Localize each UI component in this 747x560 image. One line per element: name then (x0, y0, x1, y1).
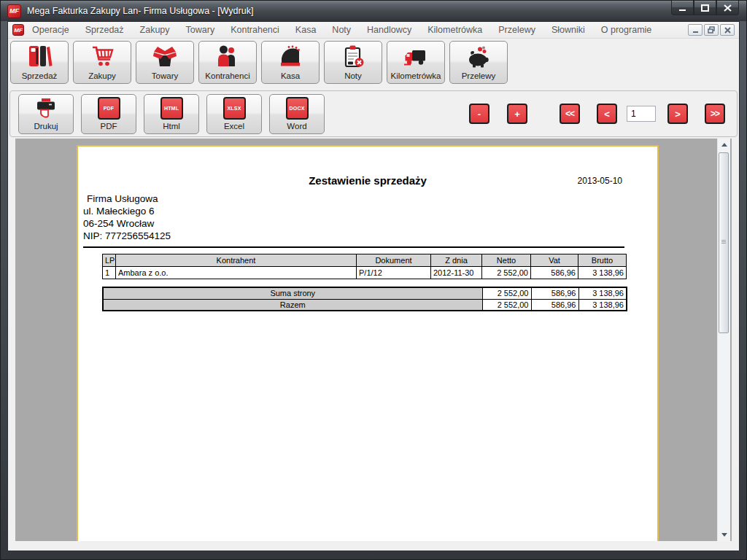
toolbar-button-label: Kasa (281, 71, 300, 82)
table-cell: 2012-11-30 (431, 267, 482, 279)
summary-label: Suma strony (103, 287, 482, 299)
menu-item-zakupy[interactable]: Zakupy (132, 22, 178, 38)
menu-item-przelewy[interactable]: Przelewy (490, 22, 543, 38)
close-icon (724, 4, 732, 12)
piggy-bank-icon (465, 43, 492, 71)
minimize-button[interactable] (671, 1, 694, 15)
export-button-label: Html (163, 121, 180, 132)
toolbar-button-label: Noty (344, 71, 362, 82)
page-navigation: - + << < > >> (469, 104, 737, 124)
window-title: Mega Fakturka Zakupy Lan- Firma Usługowa… (27, 6, 253, 16)
table-cell: 586,96 (531, 267, 578, 279)
drukuj-button[interactable]: Drukuj (18, 94, 74, 134)
client-area: MF Operacje Sprzedaż Zakupy Towary Kontr… (7, 21, 740, 551)
summary-cell: 586,96 (531, 287, 578, 299)
kilometrowka-button[interactable]: Kilometrówka (387, 41, 445, 84)
previous-page-button[interactable]: < (597, 104, 617, 124)
company-nip: NIP: 777256554125 (83, 230, 657, 242)
excel-button[interactable]: XLSX Excel (206, 94, 262, 134)
toolbar-button-label: Towary (152, 71, 178, 82)
mdi-restore-button[interactable] (704, 24, 719, 36)
document-title: Zestawienie sprzedaży (78, 174, 657, 187)
menu-item-kontrahenci[interactable]: Kontrahenci (222, 22, 287, 38)
menu-item-handlowcy[interactable]: Handlowcy (359, 22, 419, 38)
mdi-minimize-button[interactable] (688, 24, 703, 36)
vertical-scrollbar[interactable] (717, 139, 730, 541)
menu-bar: MF Operacje Sprzedaż Zakupy Towary Kontr… (8, 22, 739, 39)
summary-cell: 3 138,96 (578, 287, 627, 299)
table-cell: 3 138,96 (578, 267, 627, 279)
preview-area: Zestawienie sprzedaży 2013-05-10 Firma U… (15, 139, 732, 541)
zoom-in-button[interactable]: + (507, 104, 527, 124)
zakupy-button[interactable]: Zakupy (73, 41, 131, 84)
menu-item-slowniki[interactable]: Słowniki (543, 22, 593, 38)
first-page-button[interactable]: << (560, 104, 580, 124)
summary-cell: 2 552,00 (482, 287, 531, 299)
summary-cell: 586,96 (531, 299, 578, 311)
xlsx-file-icon: XLSX (223, 96, 246, 121)
table-cell: Ambara z o.o. (116, 267, 357, 279)
sprzedaz-button[interactable]: Sprzedaż (10, 41, 69, 84)
document-system-icon[interactable]: MF (12, 24, 24, 36)
mdi-restore-icon (708, 26, 715, 34)
next-page-button[interactable]: > (667, 104, 688, 124)
pdf-file-icon: PDF (98, 96, 120, 121)
table-cell: P/1/12 (357, 267, 431, 279)
menu-item-operacje[interactable]: Operacje (24, 22, 77, 38)
menu-item-kasa[interactable]: Kasa (287, 22, 325, 38)
summary-label: Razem (103, 299, 482, 311)
company-address: Firma Usługowa ul. Małeckiego 6 06-254 W… (78, 192, 657, 242)
export-button-label: PDF (101, 121, 117, 132)
shopping-cart-icon (88, 43, 116, 71)
page-number-input[interactable] (627, 106, 656, 122)
last-page-button[interactable]: >> (705, 104, 725, 124)
close-button[interactable] (716, 1, 739, 15)
docx-file-icon: DOCX (286, 96, 309, 121)
table-header-cell: Kontrahent (116, 254, 357, 267)
html-file-icon: HTML (160, 96, 183, 121)
toolbar-button-label: Przelewy (462, 71, 496, 82)
toolbar-button-label: Zakupy (88, 71, 116, 82)
mdi-close-button[interactable] (720, 24, 735, 36)
company-name: Firma Usługowa (83, 192, 657, 205)
export-button-label: Word (287, 121, 306, 132)
application-window: MF Mega Fakturka Zakupy Lan- Firma Usług… (0, 0, 747, 560)
kasa-button[interactable]: Kasa (261, 41, 320, 84)
przelewy-button[interactable]: Przelewy (449, 41, 508, 84)
menu-item-towary[interactable]: Towary (178, 22, 223, 38)
sales-table: LP Kontrahent Dokument Z dnia Netto Vat … (102, 254, 627, 279)
menu-item-sprzedaz[interactable]: Sprzedaż (77, 22, 132, 38)
kontrahenci-button[interactable]: Kontrahenci (198, 41, 257, 84)
menu-item-noty[interactable]: Noty (324, 22, 359, 38)
table-header-cell: LP (103, 254, 116, 267)
minimize-icon (678, 4, 686, 12)
table-header-cell: Netto (482, 254, 531, 267)
company-city: 06-254 Wrocław (83, 217, 657, 230)
table-header-cell: Vat (531, 254, 578, 267)
word-button[interactable]: DOCX Word (269, 94, 325, 134)
summary-row: Suma strony 2 552,00 586,96 3 138,96 (103, 287, 627, 299)
noty-button[interactable]: Noty (324, 41, 382, 84)
zoom-out-button[interactable]: - (469, 104, 489, 124)
pdf-button[interactable]: PDF PDF (81, 94, 136, 134)
scrollbar-thumb[interactable] (719, 152, 729, 333)
open-box-icon (151, 43, 179, 71)
document-date: 2013-05-10 (578, 176, 622, 186)
menu-item-kilometrowka[interactable]: Kilometrówka (419, 22, 490, 38)
title-bar: MF Mega Fakturka Zakupy Lan- Firma Usług… (1, 1, 746, 21)
towary-button[interactable]: Towary (136, 41, 194, 84)
table-header-cell: Z dnia (431, 254, 482, 267)
html-button[interactable]: HTML Html (144, 94, 199, 134)
maximize-button[interactable] (694, 1, 716, 15)
scroll-up-button[interactable] (718, 139, 730, 150)
note-document-icon (339, 43, 367, 71)
mdi-minimize-icon (692, 27, 699, 34)
scroll-down-button[interactable] (718, 529, 730, 540)
toolbar-button-label: Kilometrówka (390, 71, 441, 82)
summary-row: Razem 2 552,00 586,96 3 138,96 (103, 299, 627, 311)
export-button-label: Excel (224, 121, 244, 132)
document-header: Zestawienie sprzedaży 2013-05-10 (78, 174, 657, 187)
menu-item-o-programie[interactable]: O programie (593, 22, 659, 38)
header-rule (83, 246, 624, 248)
summary-cell: 2 552,00 (482, 299, 531, 311)
